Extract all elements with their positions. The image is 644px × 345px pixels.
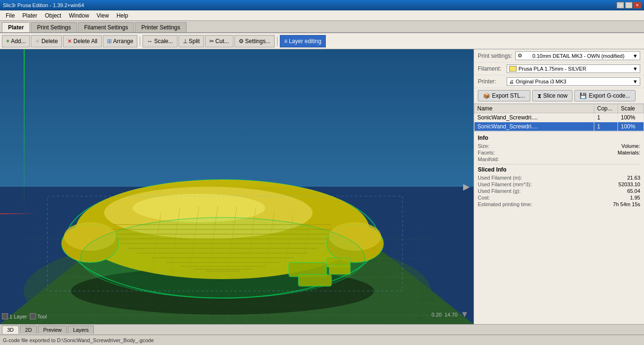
cut-icon: ✂: [209, 38, 214, 45]
info-title: Info: [478, 135, 640, 141]
add-button[interactable]: + Add...: [2, 35, 30, 47]
row2-scale: 100%: [618, 122, 644, 131]
viewport-bottom-controls: 0.20 14.70 ▼: [431, 309, 469, 319]
volume-label: Volume:: [621, 143, 640, 149]
printer-row: Printer: 🖨 Original Prusa i3 MK3 ▼: [474, 75, 644, 88]
delete-button[interactable]: ✕ Delete: [31, 35, 62, 47]
filament-mm3-label: Used Filament (mm^3):: [478, 182, 532, 187]
tab-filament-settings[interactable]: Filament Settings: [78, 22, 134, 32]
print-settings-icon: ⚙: [518, 53, 522, 59]
scale-button[interactable]: ↔ Scale...: [143, 35, 177, 47]
filament-mm3-row: Used Filament (mm^3): 52033.10: [478, 182, 640, 187]
row2-name: SonicWand_Screwdri....: [474, 122, 594, 131]
filament-mm3-value: 52033.10: [618, 182, 640, 187]
toolbar-separator-2: [277, 36, 277, 46]
filament-m-label: Used Filament (m):: [478, 175, 522, 181]
delete-icon: ✕: [35, 38, 40, 45]
scale-icon: ↔: [147, 38, 152, 45]
coord-x: 0.20: [431, 312, 441, 318]
view-tab-3d[interactable]: 3D: [2, 326, 19, 334]
minimize-button[interactable]: ─: [617, 2, 624, 9]
svg-rect-36: [329, 265, 350, 274]
export-gcode-icon: 💾: [580, 92, 587, 99]
print-settings-row: Print settings: ⚙ 0.10mm DETAIL MK3 - OW…: [474, 49, 644, 63]
cost-label: Cost:: [478, 195, 490, 200]
print-settings-dropdown[interactable]: ⚙ 0.10mm DETAIL MK3 - OWN (modified) ▼: [515, 51, 640, 60]
settings-icon: ⚙: [239, 38, 244, 45]
divider: [478, 164, 640, 164]
table-row[interactable]: SonicWand_Screwdri.... 1 100%: [474, 113, 644, 122]
filament-label: Filament:: [478, 65, 504, 72]
viewport-nav-arrow[interactable]: ▶: [463, 182, 470, 192]
export-stl-icon: 📦: [483, 92, 490, 99]
slice-icon: ⧗: [537, 92, 541, 99]
settings-button[interactable]: ⚙ Settings...: [234, 35, 275, 47]
coord-y: 14.70: [445, 312, 458, 318]
tool-checkbox[interactable]: [30, 313, 36, 319]
scroll-arrow[interactable]: ▼: [460, 309, 469, 319]
cut-button[interactable]: ✂ Cut...: [205, 35, 233, 47]
printer-dropdown-arrow: ▼: [633, 79, 638, 84]
cost-value: 1.95: [630, 195, 640, 200]
menu-view[interactable]: View: [93, 11, 113, 20]
materials-label: Materials:: [617, 150, 640, 155]
add-icon: +: [6, 38, 9, 45]
svg-rect-34: [298, 274, 331, 286]
dropdown-arrow: ▼: [633, 53, 638, 59]
est-print-row: Estimated printing time: 7h 54m 15s: [478, 201, 640, 207]
layer-controls: 1 Layer Tool: [2, 313, 47, 319]
col-scale: Scale: [618, 104, 644, 113]
filament-dropdown[interactable]: Prusa PLA 1.75mm - SILVER ▼: [507, 64, 640, 73]
info-facets-row: Facets: Materials:: [478, 150, 640, 155]
menu-window[interactable]: Window: [65, 11, 93, 20]
close-button[interactable]: ✕: [634, 2, 641, 9]
layer-checkbox[interactable]: [2, 313, 8, 319]
tab-plater[interactable]: Plater: [2, 22, 30, 32]
size-label: Size:: [478, 143, 489, 149]
menu-plater[interactable]: Plater: [18, 11, 41, 20]
tab-printer-settings[interactable]: Printer Settings: [135, 22, 186, 32]
info-size-row: Size: Volume:: [478, 143, 640, 149]
maximize-button[interactable]: □: [625, 2, 633, 9]
model-svg: [19, 87, 436, 324]
printer-label: Printer:: [478, 78, 504, 85]
split-button[interactable]: ⊥ Split: [179, 35, 204, 47]
tabbar: Plater Print Settings Filament Settings …: [0, 21, 644, 33]
cost-row: Cost: 1.95: [478, 195, 640, 200]
filament-m-value: 21.63: [627, 175, 640, 181]
main-area: ▶ 0.20 14.70 ▼ 1 Layer Tool: [0, 49, 644, 324]
toolbar-separator-1: [140, 36, 140, 46]
layer-editing-button[interactable]: ≡ Layer editing: [280, 35, 326, 47]
printer-dropdown[interactable]: 🖨 Original Prusa i3 MK3 ▼: [507, 77, 640, 86]
status-text: G-code file exported to D:\SonicWand_Scr…: [3, 337, 154, 343]
export-stl-button[interactable]: 📦 Export STL...: [478, 90, 530, 101]
view-tab-preview[interactable]: Preview: [38, 326, 67, 334]
est-print-label: Estimated printing time:: [478, 201, 532, 207]
table-row[interactable]: SonicWand_Screwdri.... 1 100%: [474, 122, 644, 131]
filament-g-row: Used Filament (g): 65.04: [478, 188, 640, 194]
view-tabs: 3D 2D Preview Layers: [0, 324, 644, 335]
arrange-button[interactable]: ⊞ Arrange: [103, 35, 138, 47]
statusbar: G-code file exported to D:\SonicWand_Scr…: [0, 335, 644, 345]
slice-now-button[interactable]: ⧗ Slice now: [532, 90, 572, 101]
tool-check-label[interactable]: Tool: [30, 313, 47, 319]
window-controls[interactable]: ─ □ ✕: [617, 2, 641, 9]
export-gcode-button[interactable]: 💾 Export G-code...: [574, 90, 635, 101]
menu-file[interactable]: File: [2, 11, 18, 20]
menu-help[interactable]: Help: [113, 11, 132, 20]
filament-row: Filament: Prusa PLA 1.75mm - SILVER ▼: [474, 63, 644, 75]
layer-check-label[interactable]: 1 Layer: [2, 313, 27, 319]
view-tab-layers[interactable]: Layers: [68, 326, 94, 334]
delete-all-button[interactable]: ✕ Delete All: [63, 35, 102, 47]
object-table-container: Name Cop... Scale SonicWand_Screwdri....…: [474, 104, 644, 131]
menu-object[interactable]: Object: [41, 11, 65, 20]
tab-print-settings[interactable]: Print Settings: [31, 22, 77, 32]
delete-all-icon: ✕: [67, 38, 72, 45]
facets-label: Facets:: [478, 150, 495, 155]
filament-dropdown-arrow: ▼: [633, 66, 638, 72]
print-settings-label: Print settings:: [478, 53, 512, 59]
view-tab-2d[interactable]: 2D: [20, 326, 37, 334]
info-section: Info Size: Volume: Facets: Materials: Ma…: [474, 131, 644, 324]
viewport[interactable]: ▶ 0.20 14.70 ▼ 1 Layer Tool: [0, 49, 474, 324]
filament-g-label: Used Filament (g):: [478, 188, 520, 194]
